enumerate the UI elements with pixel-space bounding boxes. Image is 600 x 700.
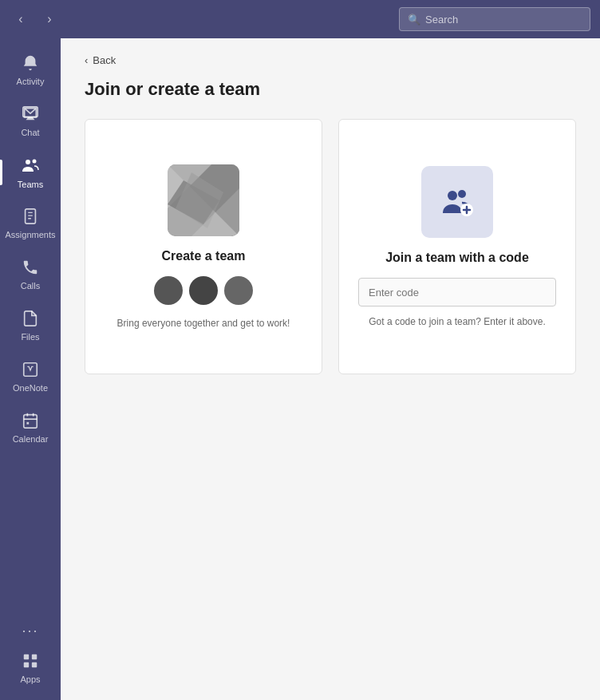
onenote-label: OneNote xyxy=(13,383,48,393)
calls-label: Calls xyxy=(21,281,40,291)
sidebar: Activity Chat Teams xyxy=(0,38,61,700)
create-team-icon xyxy=(168,164,239,236)
title-bar: ‹ › 🔍 Search xyxy=(0,0,600,38)
files-label: Files xyxy=(21,332,39,342)
activity-label: Activity xyxy=(17,77,45,86)
back-chevron-icon: ‹ xyxy=(85,54,88,66)
back-nav-button[interactable]: ‹ xyxy=(10,8,32,30)
create-team-avatars xyxy=(154,276,253,305)
join-team-description: Got a code to join a team? Enter it abov… xyxy=(369,316,545,327)
activity-icon xyxy=(22,54,39,74)
chat-icon xyxy=(22,105,39,125)
nav-arrows: ‹ › xyxy=(10,8,61,30)
sidebar-item-activity[interactable]: Activity xyxy=(0,45,61,96)
sidebar-item-apps[interactable]: Apps xyxy=(0,643,61,694)
back-link[interactable]: ‹ Back xyxy=(85,54,576,66)
svg-rect-10 xyxy=(32,662,37,667)
avatar-1 xyxy=(154,276,183,305)
svg-point-16 xyxy=(448,191,457,200)
apps-icon xyxy=(22,652,39,672)
sidebar-item-calendar[interactable]: Calendar xyxy=(0,402,61,453)
forward-nav-button[interactable]: › xyxy=(38,8,61,30)
svg-rect-8 xyxy=(32,655,37,659)
search-placeholder: Search xyxy=(425,14,458,26)
onenote-icon xyxy=(22,361,39,381)
create-team-card[interactable]: Create a team Bring everyone together an… xyxy=(85,119,322,374)
sidebar-item-calls[interactable]: Calls xyxy=(0,249,61,300)
svg-rect-7 xyxy=(24,655,29,659)
assignments-label: Assignments xyxy=(6,230,56,239)
avatar-3 xyxy=(224,276,253,305)
sidebar-item-onenote[interactable]: OneNote xyxy=(0,351,61,402)
svg-point-1 xyxy=(26,160,30,164)
svg-point-2 xyxy=(33,160,37,164)
join-team-title: Join a team with a code xyxy=(385,251,529,265)
join-team-icon-box xyxy=(421,166,493,238)
calendar-icon xyxy=(22,412,39,432)
create-team-title: Create a team xyxy=(162,249,246,263)
chat-label: Chat xyxy=(21,128,39,137)
join-team-icon-svg xyxy=(438,183,476,221)
search-bar[interactable]: 🔍 Search xyxy=(399,7,590,31)
main-content: ‹ Back Join or create a team xyxy=(61,38,600,700)
files-icon xyxy=(22,310,39,330)
teams-icon xyxy=(21,156,40,177)
more-button[interactable]: ... xyxy=(22,619,38,636)
enter-code-input[interactable] xyxy=(358,278,556,306)
sidebar-item-chat[interactable]: Chat xyxy=(0,96,61,147)
calendar-label: Calendar xyxy=(13,434,49,444)
cards-container: Create a team Bring everyone together an… xyxy=(85,119,576,374)
teams-label: Teams xyxy=(18,180,43,189)
svg-rect-9 xyxy=(24,662,29,667)
assignments-icon xyxy=(22,208,39,227)
search-icon: 🔍 xyxy=(408,14,420,26)
sidebar-item-teams[interactable]: Teams xyxy=(0,147,61,198)
svg-point-17 xyxy=(458,190,466,198)
join-team-card[interactable]: Join a team with a code Got a code to jo… xyxy=(338,119,576,374)
svg-rect-6 xyxy=(26,422,29,425)
sidebar-item-assignments[interactable]: Assignments xyxy=(0,198,61,249)
apps-label: Apps xyxy=(20,674,40,684)
calls-icon xyxy=(22,259,39,279)
create-team-description: Bring everyone together and get to work! xyxy=(117,318,290,329)
back-link-label: Back xyxy=(93,54,116,66)
svg-rect-5 xyxy=(24,415,38,429)
app-body: Activity Chat Teams xyxy=(0,38,600,700)
page-title: Join or create a team xyxy=(85,79,576,100)
svg-rect-3 xyxy=(26,209,36,223)
avatar-2 xyxy=(189,276,218,305)
sidebar-item-files[interactable]: Files xyxy=(0,300,61,351)
